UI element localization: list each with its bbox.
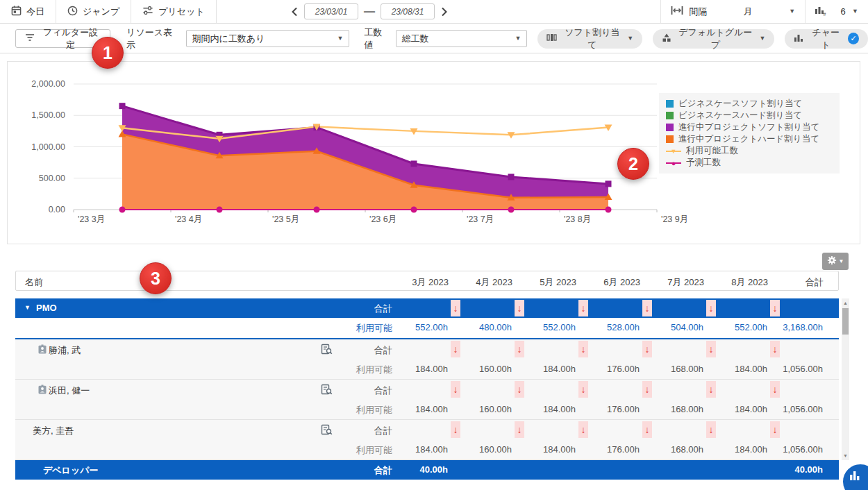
member-rows[interactable]: 美方, 圭吾合計↓↓↓↓↓↓利用可能184.00h160.00h184.00h1…	[15, 420, 839, 460]
decrease-arrow-icon: ↓	[642, 381, 652, 398]
column-header[interactable]: 7月 2023	[646, 276, 704, 289]
legend-label: 進行中プロジェクトハード割り当て	[678, 133, 819, 145]
member-available-line: 利用可能184.00h160.00h184.00h176.00h168.00h1…	[15, 400, 839, 419]
bar-chart-icon	[849, 471, 860, 482]
column-header[interactable]: 5月 2023	[518, 276, 576, 289]
chart-legend: ビジネスケースソフト割り当てビジネスケースハード割り当て進行中プロジェクトソフト…	[659, 93, 840, 174]
scroll-up-icon[interactable]: ▲	[842, 301, 849, 305]
chart-toggle-button[interactable]: チャート ✓	[785, 29, 868, 49]
collapse-icon[interactable]: ▼	[24, 304, 31, 311]
legend-item: 進行中プロジェクトハード割り当て	[666, 133, 833, 145]
vertical-scrollbar[interactable]: ▲ ▼	[842, 298, 849, 460]
column-header[interactable]: 6月 2023	[582, 276, 640, 289]
month-value: 528.00h	[573, 322, 640, 332]
series-swatch-icon	[666, 100, 674, 108]
scroll-down-icon[interactable]: ▼	[842, 453, 849, 458]
filter-icon	[25, 33, 35, 44]
group-row[interactable]: デベロッパー合計40.00h40.00h	[15, 460, 839, 480]
allocation-icon	[546, 33, 557, 44]
decrease-arrow-icon: ↓	[578, 381, 588, 398]
column-header-name[interactable]: 名前	[25, 276, 43, 289]
calendar-icon	[11, 6, 22, 18]
chevron-down-icon: ▼	[337, 35, 343, 42]
prev-period-button[interactable]	[290, 7, 299, 17]
month-value: 176.00h	[573, 404, 640, 414]
decrease-arrow-icon: ↓	[706, 341, 716, 357]
soft-assignment-button[interactable]: ソフト割り当て ▼	[537, 29, 642, 49]
divider	[805, 0, 806, 23]
legend-label: 予測工数	[686, 157, 721, 169]
preset-button[interactable]: プリセット	[131, 0, 216, 23]
legend-item: ビジネスケースハード割り当て	[666, 110, 833, 121]
default-group-button[interactable]: デフォルトグループ ▼	[653, 29, 774, 49]
column-header[interactable]: 3月 2023	[390, 276, 449, 289]
svg-text:'23 9月: '23 9月	[661, 214, 688, 224]
svg-text:1,000.00: 1,000.00	[31, 142, 65, 152]
decrease-arrow-icon: ↓	[706, 300, 716, 316]
effort-value-value: 総工数	[402, 33, 429, 45]
today-label: 今日	[26, 6, 44, 18]
decrease-arrow-icon: ↓	[515, 421, 524, 438]
effort-value-label: 工数値	[364, 26, 390, 51]
today-button[interactable]: 今日	[0, 0, 56, 23]
column-header[interactable]: 合計	[765, 276, 824, 289]
member-total-line: ↓↓↓↓↓↓	[15, 380, 839, 399]
legend-item: ●予測工数	[666, 157, 833, 169]
decrease-arrow-icon: ↓	[770, 300, 780, 316]
group-row[interactable]: ▼PMO合計↓↓↓↓↓↓	[15, 298, 839, 318]
chart-toggle-label: チャート	[808, 26, 843, 51]
month-value: 184.00h	[381, 444, 448, 455]
column-header[interactable]: 8月 2023	[710, 276, 768, 289]
divider	[660, 0, 661, 23]
sliders-icon	[142, 6, 153, 18]
chart-panel: 0.00500.001,000.001,500.002,000.00'23 3月…	[7, 61, 860, 244]
interval-controls: 間隔 月 ▼ # 6 ▼	[660, 0, 868, 23]
decrease-arrow-icon: ↓	[578, 341, 588, 357]
svg-text:0.00: 0.00	[49, 205, 65, 214]
date-from-input[interactable]	[304, 3, 358, 19]
legend-item: ▼利用可能工数	[666, 145, 833, 157]
chevron-down-icon[interactable]: ▼	[789, 8, 795, 15]
month-value: 160.00h	[445, 364, 512, 374]
chart-count-value[interactable]: 6	[834, 6, 852, 17]
resource-display-select[interactable]: 期間内に工数あり ▼	[186, 30, 350, 47]
svg-text:'23 6月: '23 6月	[369, 214, 397, 224]
chevron-down-icon: ▼	[515, 35, 521, 42]
date-to-input[interactable]	[381, 3, 435, 19]
month-value: 184.00h	[509, 364, 576, 374]
chevron-down-icon: ▼	[760, 35, 766, 42]
date-range-nav: —	[290, 0, 449, 23]
decrease-arrow-icon: ↓	[706, 381, 716, 398]
chevron-down-icon: ▼	[627, 35, 633, 42]
scrollbar-thumb[interactable]	[842, 308, 849, 335]
annotation-badge-3: 3	[140, 262, 172, 294]
month-value: 40.00h	[381, 464, 448, 475]
column-header[interactable]: 4月 2023	[454, 276, 512, 289]
chevron-down-icon[interactable]: ▼	[852, 8, 858, 15]
row-label: 合計	[338, 303, 392, 315]
effort-value-select[interactable]: 総工数 ▼	[396, 30, 528, 47]
month-value: 168.00h	[637, 364, 703, 374]
member-rows[interactable]: 浜田, 健一合計↓↓↓↓↓↓利用可能184.00h160.00h184.00h1…	[15, 380, 839, 420]
svg-text:'23 3月: '23 3月	[78, 214, 105, 224]
group-available-row: 利用可能552.00h480.00h552.00h528.00h504.00h5…	[15, 318, 839, 339]
next-period-button[interactable]	[440, 7, 449, 17]
series-swatch-icon	[666, 135, 674, 143]
total-value: 1,056.00h	[756, 444, 823, 455]
table-settings-button[interactable]: ▼	[822, 253, 849, 270]
decrease-arrow-icon: ↓	[770, 381, 780, 398]
legend-item: ビジネスケースソフト割り当て	[666, 98, 833, 110]
legend-label: 利用可能工数	[686, 145, 738, 157]
interval-value[interactable]: 月	[707, 6, 789, 18]
member-available-line: 利用可能184.00h160.00h184.00h176.00h168.00h1…	[15, 360, 839, 379]
jump-button[interactable]: ジャンプ	[56, 0, 131, 23]
chart-fab-button[interactable]	[842, 463, 868, 490]
month-value: 184.00h	[381, 364, 448, 374]
member-total-line: ↓↓↓↓↓↓	[15, 339, 839, 359]
total-value: 40.00h	[756, 464, 823, 475]
decrease-arrow-icon: ↓	[451, 300, 460, 316]
month-value: 176.00h	[573, 364, 640, 374]
legend-label: ビジネスケースソフト割り当て	[678, 98, 802, 110]
member-rows[interactable]: 勝浦, 武合計↓↓↓↓↓↓利用可能184.00h160.00h184.00h17…	[15, 339, 839, 380]
line-marker-icon: ▼	[666, 146, 681, 155]
